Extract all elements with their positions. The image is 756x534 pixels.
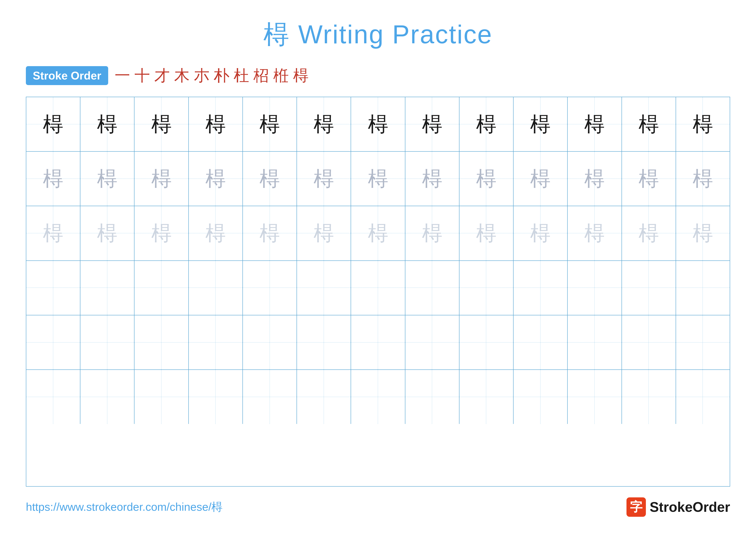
grid-cell-0-2: 棏 — [134, 97, 189, 151]
grid-cell-4-12 — [676, 315, 730, 369]
grid-cell-0-9: 棏 — [514, 97, 568, 151]
grid-cell-1-11: 棏 — [622, 152, 676, 206]
grid-cell-5-2 — [134, 370, 189, 424]
cell-char-1-9: 棏 — [530, 168, 551, 189]
grid-cell-0-10: 棏 — [568, 97, 622, 151]
stroke-step-1: 十 — [134, 65, 150, 86]
grid-cell-5-8 — [459, 370, 514, 424]
grid-cell-0-5: 棏 — [297, 97, 351, 151]
stroke-step-9: 棏 — [293, 65, 309, 86]
grid-cell-3-3 — [189, 261, 243, 315]
cell-char-2-1: 棏 — [97, 223, 118, 243]
grid-cell-5-0 — [26, 370, 80, 424]
cell-char-0-3: 棏 — [205, 114, 226, 135]
grid-cell-4-1 — [80, 315, 134, 369]
grid-cell-4-8 — [459, 315, 514, 369]
page-title: 棏 Writing Practice — [263, 17, 493, 52]
grid-cell-0-11: 棏 — [622, 97, 676, 151]
cell-char-0-11: 棏 — [638, 114, 659, 135]
grid-cell-2-12: 棏 — [676, 206, 730, 260]
grid-cell-1-10: 棏 — [568, 152, 622, 206]
cell-char-2-0: 棏 — [43, 223, 63, 243]
grid-cell-4-11 — [622, 315, 676, 369]
cell-char-2-5: 棏 — [313, 223, 334, 243]
cell-char-2-4: 棏 — [259, 223, 280, 243]
footer-url: https://www.strokeorder.com/chinese/棏 — [26, 499, 223, 515]
grid-cell-3-1 — [80, 261, 134, 315]
cell-char-0-5: 棏 — [313, 114, 334, 135]
cell-char-1-3: 棏 — [205, 168, 226, 189]
grid-cell-5-9 — [514, 370, 568, 424]
grid-cell-2-10: 棏 — [568, 206, 622, 260]
grid-cell-1-9: 棏 — [514, 152, 568, 206]
cell-char-2-2: 棏 — [151, 223, 172, 243]
grid-cell-1-1: 棏 — [80, 152, 134, 206]
grid-cell-4-0 — [26, 315, 80, 369]
cell-char-1-0: 棏 — [43, 168, 63, 189]
cell-char-0-4: 棏 — [259, 114, 280, 135]
stroke-step-3: 木 — [174, 65, 190, 86]
grid-row-5 — [26, 370, 730, 424]
stroke-step-8: 栣 — [273, 65, 289, 86]
grid-cell-2-11: 棏 — [622, 206, 676, 260]
grid-cell-4-4 — [243, 315, 297, 369]
cell-char-1-4: 棏 — [259, 168, 280, 189]
grid-cell-4-10 — [568, 315, 622, 369]
grid-row-2: 棏棏棏棏棏棏棏棏棏棏棏棏棏 — [26, 206, 730, 261]
stroke-step-5: 朴 — [214, 65, 229, 86]
grid-cell-2-4: 棏 — [243, 206, 297, 260]
grid-cell-1-5: 棏 — [297, 152, 351, 206]
cell-char-0-0: 棏 — [43, 114, 63, 135]
grid-cell-0-6: 棏 — [351, 97, 405, 151]
grid-cell-0-1: 棏 — [80, 97, 134, 151]
stroke-steps: 一十才木朩朴杜柖栣棏 — [115, 65, 309, 86]
cell-char-2-11: 棏 — [638, 223, 659, 243]
grid-row-3 — [26, 261, 730, 315]
grid-cell-4-5 — [297, 315, 351, 369]
grid-cell-2-0: 棏 — [26, 206, 80, 260]
grid-row-0: 棏棏棏棏棏棏棏棏棏棏棏棏棏 — [26, 97, 730, 152]
grid-cell-3-10 — [568, 261, 622, 315]
grid-cell-1-3: 棏 — [189, 152, 243, 206]
stroke-order-row: Stroke Order 一十才木朩朴杜柖栣棏 — [26, 65, 730, 86]
grid-row-4 — [26, 315, 730, 370]
grid-cell-1-8: 棏 — [459, 152, 514, 206]
grid-cell-2-7: 棏 — [405, 206, 459, 260]
grid-cell-3-12 — [676, 261, 730, 315]
cell-char-2-7: 棏 — [422, 223, 443, 243]
cell-char-0-8: 棏 — [476, 114, 497, 135]
cell-char-0-9: 棏 — [530, 114, 551, 135]
grid-cell-3-4 — [243, 261, 297, 315]
grid-cell-1-12: 棏 — [676, 152, 730, 206]
cell-char-1-11: 棏 — [638, 168, 659, 189]
cell-char-1-2: 棏 — [151, 168, 172, 189]
cell-char-0-12: 棏 — [693, 114, 713, 135]
cell-char-1-5: 棏 — [313, 168, 334, 189]
grid-cell-0-4: 棏 — [243, 97, 297, 151]
grid-cell-1-4: 棏 — [243, 152, 297, 206]
grid-cell-3-8 — [459, 261, 514, 315]
grid-cell-1-0: 棏 — [26, 152, 80, 206]
grid-cell-1-2: 棏 — [134, 152, 189, 206]
logo-icon: 字 — [627, 497, 646, 517]
grid-cell-5-5 — [297, 370, 351, 424]
stroke-step-6: 杜 — [233, 65, 249, 86]
grid-cell-3-7 — [405, 261, 459, 315]
cell-char-2-6: 棏 — [368, 223, 388, 243]
grid-cell-0-3: 棏 — [189, 97, 243, 151]
grid-cell-4-2 — [134, 315, 189, 369]
grid-cell-3-6 — [351, 261, 405, 315]
stroke-order-badge: Stroke Order — [26, 66, 108, 85]
grid-cell-3-5 — [297, 261, 351, 315]
footer: https://www.strokeorder.com/chinese/棏 字 … — [26, 497, 730, 517]
cell-char-2-12: 棏 — [693, 223, 713, 243]
grid-cell-5-7 — [405, 370, 459, 424]
grid-cell-4-3 — [189, 315, 243, 369]
cell-char-0-2: 棏 — [151, 114, 172, 135]
logo-text: StrokeOrder — [650, 499, 730, 515]
cell-char-1-10: 棏 — [584, 168, 605, 189]
grid-cell-2-2: 棏 — [134, 206, 189, 260]
grid-cell-3-9 — [514, 261, 568, 315]
cell-char-0-6: 棏 — [368, 114, 388, 135]
grid-cell-4-6 — [351, 315, 405, 369]
